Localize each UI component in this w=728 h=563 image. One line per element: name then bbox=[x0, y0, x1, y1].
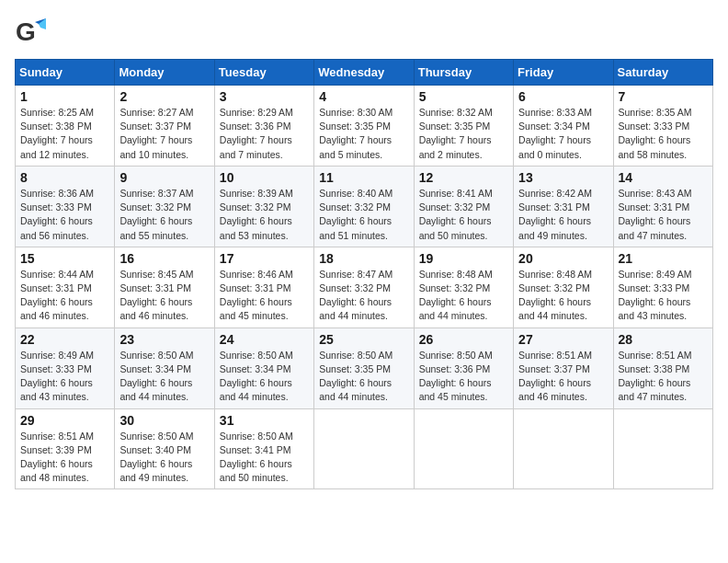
day-number: 18 bbox=[319, 251, 408, 266]
day-number: 28 bbox=[619, 332, 708, 347]
calendar-cell bbox=[314, 408, 414, 489]
day-number: 10 bbox=[220, 170, 309, 185]
day-info: Sunrise: 8:37 AM Sunset: 3:32 PM Dayligh… bbox=[119, 187, 209, 243]
day-info: Sunrise: 8:44 AM Sunset: 3:31 PM Dayligh… bbox=[20, 268, 109, 324]
day-info: Sunrise: 8:49 AM Sunset: 3:33 PM Dayligh… bbox=[20, 349, 109, 405]
day-info: Sunrise: 8:29 AM Sunset: 3:36 PM Dayligh… bbox=[220, 106, 309, 162]
day-info: Sunrise: 8:50 AM Sunset: 3:35 PM Dayligh… bbox=[319, 349, 408, 405]
calendar-cell: 19Sunrise: 8:48 AM Sunset: 3:32 PM Dayli… bbox=[414, 247, 513, 327]
day-info: Sunrise: 8:50 AM Sunset: 3:36 PM Dayligh… bbox=[419, 349, 508, 405]
calendar-cell: 28Sunrise: 8:51 AM Sunset: 3:38 PM Dayli… bbox=[613, 327, 712, 408]
calendar-cell: 29Sunrise: 8:51 AM Sunset: 3:39 PM Dayli… bbox=[16, 408, 115, 489]
calendar-cell: 3Sunrise: 8:29 AM Sunset: 3:36 PM Daylig… bbox=[214, 86, 313, 167]
day-info: Sunrise: 8:36 AM Sunset: 3:33 PM Dayligh… bbox=[20, 187, 109, 243]
calendar-cell: 10Sunrise: 8:39 AM Sunset: 3:32 PM Dayli… bbox=[214, 166, 313, 247]
day-number: 2 bbox=[119, 89, 209, 104]
calendar-cell: 4Sunrise: 8:30 AM Sunset: 3:35 PM Daylig… bbox=[314, 86, 414, 167]
calendar-header-sunday: Sunday bbox=[16, 60, 115, 86]
calendar-header-monday: Monday bbox=[115, 60, 214, 86]
day-number: 12 bbox=[419, 170, 508, 185]
day-info: Sunrise: 8:42 AM Sunset: 3:31 PM Dayligh… bbox=[518, 187, 608, 243]
day-number: 3 bbox=[220, 89, 309, 104]
calendar-cell: 11Sunrise: 8:40 AM Sunset: 3:32 PM Dayli… bbox=[314, 166, 414, 247]
calendar-cell: 25Sunrise: 8:50 AM Sunset: 3:35 PM Dayli… bbox=[314, 327, 414, 408]
day-info: Sunrise: 8:51 AM Sunset: 3:39 PM Dayligh… bbox=[20, 430, 109, 486]
calendar-cell: 9Sunrise: 8:37 AM Sunset: 3:32 PM Daylig… bbox=[115, 166, 214, 247]
calendar-header-thursday: Thursday bbox=[414, 60, 513, 86]
svg-text:G: G bbox=[16, 17, 36, 46]
day-info: Sunrise: 8:50 AM Sunset: 3:40 PM Dayligh… bbox=[119, 430, 209, 486]
calendar-header-tuesday: Tuesday bbox=[214, 60, 313, 86]
day-info: Sunrise: 8:32 AM Sunset: 3:35 PM Dayligh… bbox=[419, 106, 508, 162]
day-number: 14 bbox=[619, 170, 708, 185]
calendar-cell: 31Sunrise: 8:50 AM Sunset: 3:41 PM Dayli… bbox=[214, 408, 313, 489]
day-number: 13 bbox=[518, 170, 608, 185]
calendar-cell: 21Sunrise: 8:49 AM Sunset: 3:33 PM Dayli… bbox=[613, 247, 712, 327]
calendar-cell: 24Sunrise: 8:50 AM Sunset: 3:34 PM Dayli… bbox=[214, 327, 313, 408]
day-info: Sunrise: 8:41 AM Sunset: 3:32 PM Dayligh… bbox=[419, 187, 508, 243]
day-info: Sunrise: 8:49 AM Sunset: 3:33 PM Dayligh… bbox=[619, 268, 708, 324]
day-number: 31 bbox=[220, 413, 309, 428]
calendar-cell: 1Sunrise: 8:25 AM Sunset: 3:38 PM Daylig… bbox=[16, 86, 115, 167]
day-number: 24 bbox=[220, 332, 309, 347]
calendar-cell: 15Sunrise: 8:44 AM Sunset: 3:31 PM Dayli… bbox=[16, 247, 115, 327]
calendar-cell bbox=[414, 408, 513, 489]
day-info: Sunrise: 8:39 AM Sunset: 3:32 PM Dayligh… bbox=[220, 187, 309, 243]
calendar-cell bbox=[613, 408, 712, 489]
calendar-week-2: 8Sunrise: 8:36 AM Sunset: 3:33 PM Daylig… bbox=[16, 166, 713, 247]
calendar-header-friday: Friday bbox=[514, 60, 613, 86]
day-number: 20 bbox=[518, 251, 608, 266]
calendar-cell: 7Sunrise: 8:35 AM Sunset: 3:33 PM Daylig… bbox=[613, 86, 712, 167]
calendar-cell: 22Sunrise: 8:49 AM Sunset: 3:33 PM Dayli… bbox=[16, 327, 115, 408]
day-number: 8 bbox=[20, 170, 109, 185]
day-info: Sunrise: 8:46 AM Sunset: 3:31 PM Dayligh… bbox=[220, 268, 309, 324]
day-number: 21 bbox=[619, 251, 708, 266]
calendar-cell: 14Sunrise: 8:43 AM Sunset: 3:31 PM Dayli… bbox=[613, 166, 712, 247]
day-number: 1 bbox=[20, 89, 109, 104]
day-number: 11 bbox=[319, 170, 408, 185]
calendar-cell: 8Sunrise: 8:36 AM Sunset: 3:33 PM Daylig… bbox=[16, 166, 115, 247]
day-info: Sunrise: 8:25 AM Sunset: 3:38 PM Dayligh… bbox=[20, 106, 109, 162]
day-info: Sunrise: 8:40 AM Sunset: 3:32 PM Dayligh… bbox=[319, 187, 408, 243]
day-number: 22 bbox=[20, 332, 109, 347]
day-number: 9 bbox=[119, 170, 209, 185]
calendar-header-saturday: Saturday bbox=[613, 60, 712, 86]
calendar-cell: 30Sunrise: 8:50 AM Sunset: 3:40 PM Dayli… bbox=[115, 408, 214, 489]
day-number: 26 bbox=[419, 332, 508, 347]
calendar-week-4: 22Sunrise: 8:49 AM Sunset: 3:33 PM Dayli… bbox=[16, 327, 713, 408]
day-number: 15 bbox=[20, 251, 109, 266]
calendar-header-row: SundayMondayTuesdayWednesdayThursdayFrid… bbox=[16, 60, 713, 86]
calendar-table: SundayMondayTuesdayWednesdayThursdayFrid… bbox=[15, 59, 713, 489]
day-number: 23 bbox=[119, 332, 209, 347]
calendar-cell bbox=[514, 408, 613, 489]
calendar-cell: 6Sunrise: 8:33 AM Sunset: 3:34 PM Daylig… bbox=[514, 86, 613, 167]
day-info: Sunrise: 8:27 AM Sunset: 3:37 PM Dayligh… bbox=[119, 106, 209, 162]
day-info: Sunrise: 8:50 AM Sunset: 3:34 PM Dayligh… bbox=[119, 349, 209, 405]
logo-icon: G bbox=[15, 15, 50, 50]
logo: G bbox=[15, 15, 53, 50]
calendar-cell: 13Sunrise: 8:42 AM Sunset: 3:31 PM Dayli… bbox=[514, 166, 613, 247]
calendar-cell: 17Sunrise: 8:46 AM Sunset: 3:31 PM Dayli… bbox=[214, 247, 313, 327]
calendar-cell: 20Sunrise: 8:48 AM Sunset: 3:32 PM Dayli… bbox=[514, 247, 613, 327]
day-number: 29 bbox=[20, 413, 109, 428]
day-info: Sunrise: 8:33 AM Sunset: 3:34 PM Dayligh… bbox=[518, 106, 608, 162]
calendar-week-5: 29Sunrise: 8:51 AM Sunset: 3:39 PM Dayli… bbox=[16, 408, 713, 489]
day-info: Sunrise: 8:51 AM Sunset: 3:38 PM Dayligh… bbox=[619, 349, 708, 405]
page-header: G bbox=[15, 15, 713, 50]
day-number: 16 bbox=[119, 251, 209, 266]
calendar-week-3: 15Sunrise: 8:44 AM Sunset: 3:31 PM Dayli… bbox=[16, 247, 713, 327]
calendar-cell: 5Sunrise: 8:32 AM Sunset: 3:35 PM Daylig… bbox=[414, 86, 513, 167]
day-number: 4 bbox=[319, 89, 408, 104]
calendar-cell: 18Sunrise: 8:47 AM Sunset: 3:32 PM Dayli… bbox=[314, 247, 414, 327]
day-number: 7 bbox=[619, 89, 708, 104]
day-number: 5 bbox=[419, 89, 508, 104]
calendar-header-wednesday: Wednesday bbox=[314, 60, 414, 86]
day-info: Sunrise: 8:50 AM Sunset: 3:41 PM Dayligh… bbox=[220, 430, 309, 486]
calendar-cell: 2Sunrise: 8:27 AM Sunset: 3:37 PM Daylig… bbox=[115, 86, 214, 167]
calendar-cell: 12Sunrise: 8:41 AM Sunset: 3:32 PM Dayli… bbox=[414, 166, 513, 247]
day-info: Sunrise: 8:35 AM Sunset: 3:33 PM Dayligh… bbox=[619, 106, 708, 162]
day-info: Sunrise: 8:47 AM Sunset: 3:32 PM Dayligh… bbox=[319, 268, 408, 324]
day-info: Sunrise: 8:50 AM Sunset: 3:34 PM Dayligh… bbox=[220, 349, 309, 405]
day-info: Sunrise: 8:51 AM Sunset: 3:37 PM Dayligh… bbox=[518, 349, 608, 405]
calendar-cell: 27Sunrise: 8:51 AM Sunset: 3:37 PM Dayli… bbox=[514, 327, 613, 408]
